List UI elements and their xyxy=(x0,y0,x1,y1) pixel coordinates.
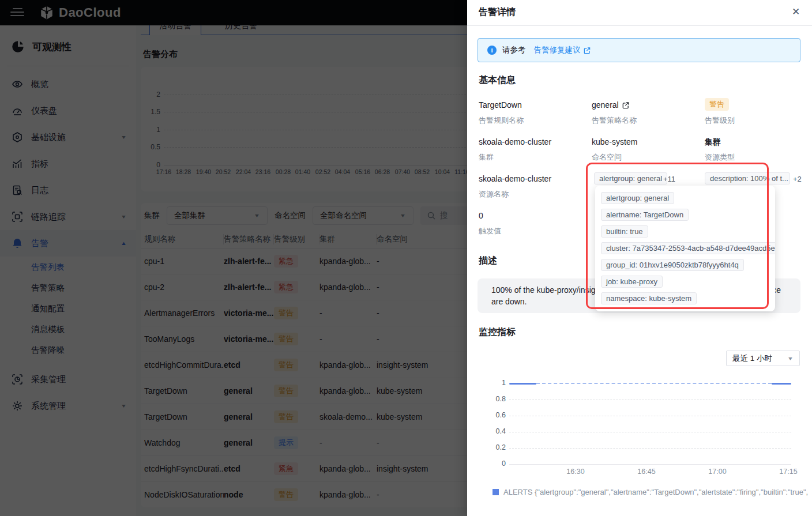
gridline xyxy=(509,416,791,416)
close-icon[interactable]: ✕ xyxy=(792,6,800,18)
label-chip[interactable]: cluster: 7a735347-2553-4acb-a548-d7dee49… xyxy=(601,242,775,254)
time-range-value: 最近 1 小时 xyxy=(732,353,772,364)
metrics-title: 监控指标 xyxy=(479,326,516,338)
gridline xyxy=(509,432,791,432)
x-axis-baseline xyxy=(509,464,791,465)
y-tick: 0.6 xyxy=(487,411,506,419)
fix-suggestion-banner: i 请参考 告警修复建议 xyxy=(478,38,800,62)
info-icon: i xyxy=(487,46,497,55)
cluster-value: skoala-demo-cluster xyxy=(479,137,551,146)
app-root: 活动告警 历史告警 告警分布 2 1.5 1 0.5 0 17:16 18:28… xyxy=(0,0,812,516)
namespace-value: kube-system xyxy=(592,137,637,146)
alert-level-badge: 警告 xyxy=(705,98,729,111)
label-chip[interactable]: alertname: TargetDown xyxy=(601,209,689,221)
drawer-title: 告警详情 xyxy=(479,6,516,18)
y-tick: 1 xyxy=(487,379,506,387)
cluster-label: 集群 xyxy=(479,152,494,163)
legend-color-swatch xyxy=(493,489,499,495)
alert-level-label: 告警级别 xyxy=(705,115,735,126)
basic-info-title: 基本信息 xyxy=(479,74,516,86)
labels-more-count[interactable]: +11 xyxy=(663,175,675,183)
label-chip[interactable]: builtin: true xyxy=(601,225,648,238)
trigger-value: 0 xyxy=(479,211,483,220)
annotations-more-count[interactable]: +2 xyxy=(793,175,802,183)
label-chip[interactable]: job: kube-proxy xyxy=(601,276,663,288)
alerts-series-line xyxy=(509,383,536,385)
description-title: 描述 xyxy=(479,255,497,267)
x-tick: 17:00 xyxy=(701,468,734,476)
external-link-icon xyxy=(583,47,591,54)
labels-popup: alertgroup: general alertname: TargetDow… xyxy=(595,186,775,311)
x-tick: 17:15 xyxy=(772,468,805,476)
resource-type-value: 集群 xyxy=(705,137,721,148)
gridline xyxy=(509,400,791,400)
x-tick: 16:45 xyxy=(630,468,663,476)
alert-detail-drawer: 告警详情 ✕ i 请参考 告警修复建议 基本信息 TargetDown 告警规则… xyxy=(467,0,812,516)
namespace-label: 命名空间 xyxy=(592,152,622,163)
labels-summary-chip[interactable]: alertgroup: general xyxy=(594,172,667,184)
y-tick: 0.2 xyxy=(487,443,506,451)
y-tick: 0 xyxy=(487,459,506,468)
alerts-series-line xyxy=(772,383,791,385)
legend-series-label: ALERTS {"alertgroup":"general","alertnam… xyxy=(503,488,808,496)
gridline xyxy=(509,448,791,449)
time-range-select[interactable]: 最近 1 小时 ▼ xyxy=(726,351,800,366)
resource-name-label: 资源名称 xyxy=(479,189,509,199)
fix-suggestion-link[interactable]: 告警修复建议 xyxy=(534,45,591,55)
modal-dim-overlay[interactable] xyxy=(0,0,467,516)
y-tick: 0.8 xyxy=(487,395,506,403)
x-tick: 16:30 xyxy=(559,468,592,476)
policy-link[interactable]: general xyxy=(592,100,629,110)
label-chip[interactable]: namespace: kube-system xyxy=(601,292,697,304)
resource-name-value: skoala-demo-cluster xyxy=(479,174,551,183)
trigger-label: 触发值 xyxy=(479,226,501,236)
label-chip[interactable]: alertgroup: general xyxy=(601,192,674,204)
rule-name-value: TargetDown xyxy=(479,100,522,110)
resource-type-label: 资源类型 xyxy=(705,152,735,163)
y-tick: 0.4 xyxy=(487,427,506,435)
annotations-summary-chip[interactable]: description: 100% of t... xyxy=(705,172,790,184)
policy-label: 告警策略名称 xyxy=(592,115,637,126)
chevron-down-icon: ▼ xyxy=(787,356,794,361)
alerts-series-line-dashed xyxy=(536,383,772,384)
label-chip[interactable]: group_id: 01hxv1e9050zktb78fyyy6ht4q xyxy=(601,259,744,271)
chart-legend[interactable]: ALERTS {"alertgroup":"general","alertnam… xyxy=(493,488,809,496)
divider xyxy=(467,25,812,26)
banner-prefix: 请参考 xyxy=(502,45,526,55)
rule-name-label: 告警规则名称 xyxy=(479,115,524,126)
external-link-icon xyxy=(622,101,629,109)
